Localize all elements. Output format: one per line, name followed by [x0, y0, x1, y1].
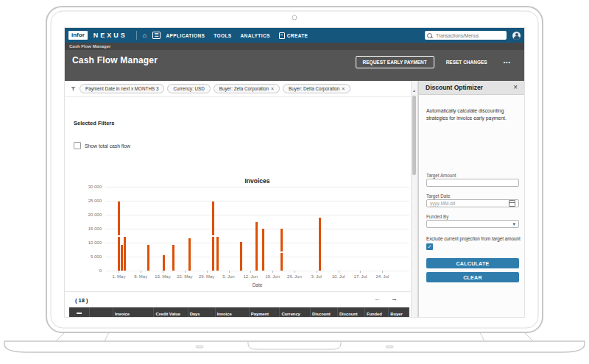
table-toolbar: ( 18 ) ← →	[65, 291, 411, 308]
column-header[interactable]: Discount	[338, 307, 365, 317]
column-header[interactable]: Credit Value	[154, 307, 188, 317]
nav-item-create[interactable]: CREATE	[279, 32, 308, 39]
chevron-down-icon: ▾	[512, 221, 515, 227]
search-icon	[427, 33, 432, 38]
funded-by-label: Funded By	[426, 214, 448, 219]
x-tick	[339, 271, 339, 273]
y-tick-label: 5 000	[72, 254, 102, 259]
app-screen: infor NEXUS ⌂ ☰ APPLICATIONSTOOLSANALYTI…	[65, 28, 524, 317]
scroll-up-icon[interactable]: ▲	[412, 88, 416, 93]
vertical-scrollbar[interactable]: ▲	[411, 81, 418, 317]
more-options-button[interactable]: •••	[499, 59, 515, 65]
create-icon	[279, 32, 285, 39]
invoice-bar-jun-22	[281, 229, 283, 271]
target-date-input[interactable]: yyyy-MM-dd	[426, 199, 519, 207]
discount-optimizer-panel: Discount Optimizer × Automatically calcu…	[418, 81, 524, 317]
invoice-table-header: InvoiceCredit ValueDaysInvoicePaymentCur…	[69, 307, 409, 317]
column-header[interactable]	[90, 307, 113, 317]
selected-filters-title: Selected Filters	[74, 120, 114, 126]
invoice-bar-jun-14	[255, 222, 258, 271]
x-tick	[119, 271, 119, 273]
y-tick-label: 10 000	[72, 240, 102, 245]
x-tick	[163, 271, 163, 273]
nav-divider	[136, 31, 137, 40]
filter-chip[interactable]: Currency: USD	[167, 84, 210, 93]
y-tick-label: 15 000	[72, 226, 102, 231]
menu-grid-icon[interactable]: ☰	[152, 32, 160, 39]
page-header: Cash Flow Manager REQUEST EARLY PAYMENT …	[65, 50, 524, 81]
home-icon[interactable]: ⌂	[143, 32, 147, 39]
chip-close-icon[interactable]: ×	[342, 86, 345, 91]
breadcrumb: Cash Flow Manager	[65, 43, 524, 50]
gridline	[105, 215, 409, 215]
x-tick	[229, 271, 230, 273]
x-tick-label: 24. Jul	[367, 274, 397, 279]
gridline	[105, 201, 409, 201]
invoice-bar-jun-16	[262, 229, 264, 271]
target-date-placeholder: yyyy-MM-dd	[430, 201, 509, 206]
column-header[interactable]: Invoice	[216, 307, 250, 317]
filter-chip[interactable]: Payment Date in next x MONTHS 3	[80, 84, 164, 93]
invoice-bar-may-10	[147, 245, 149, 271]
top-nav: infor NEXUS ⌂ ☰ APPLICATIONSTOOLSANALYTI…	[65, 28, 524, 43]
filter-chip[interactable]: Buyer: Zeta Corporation×	[214, 84, 280, 93]
invoice-bar-may-31	[212, 201, 214, 271]
calendar-icon[interactable]	[509, 200, 515, 207]
x-tick	[382, 271, 383, 273]
x-tick	[294, 271, 295, 273]
invoices-bar-chart: Amount (USD) 05 00010 00015 00020 00025 …	[105, 187, 409, 271]
x-tick	[141, 271, 141, 273]
exclude-projection-label: Exclude current projection from target a…	[426, 236, 521, 241]
invoice-bar-jun-9	[240, 242, 242, 271]
x-tick	[207, 271, 208, 273]
x-tick	[185, 271, 186, 273]
page-back-icon[interactable]: ←	[374, 296, 381, 302]
column-header[interactable]: Days	[188, 307, 216, 317]
panel-close-icon[interactable]: ×	[513, 84, 518, 91]
invoice-bar-may-18	[172, 245, 174, 271]
invoice-bar-may-15	[163, 255, 165, 271]
x-tick	[317, 271, 317, 273]
gridline	[105, 187, 409, 188]
user-avatar-icon[interactable]	[512, 32, 521, 40]
calculate-button[interactable]: CALCULATE	[426, 258, 519, 268]
chart-title: Invoices	[105, 177, 409, 185]
infor-logo[interactable]: infor	[68, 31, 88, 40]
column-header[interactable]: Payment	[250, 307, 281, 317]
clear-button[interactable]: CLEAR	[426, 272, 519, 282]
y-tick-label: 25 000	[72, 199, 102, 203]
funded-by-select[interactable]: ▾	[426, 220, 519, 228]
x-axis-label: Date	[105, 282, 409, 288]
nav-menu: APPLICATIONSTOOLSANALYTICSCREATE	[166, 32, 419, 39]
column-header[interactable]: Buyer	[389, 307, 409, 317]
x-tick	[360, 271, 361, 273]
scrollbar-thumb[interactable]	[412, 96, 416, 175]
chip-close-icon[interactable]: ×	[271, 86, 274, 91]
filter-chip[interactable]: Buyer: Delta Corporation×	[283, 84, 350, 93]
exclude-projection-checkbox[interactable]: ✓	[426, 243, 433, 250]
record-count: ( 18 )	[75, 297, 88, 304]
page-forward-icon[interactable]: →	[391, 296, 398, 302]
panel-title: Discount Optimizer	[426, 84, 513, 91]
search-input[interactable]	[434, 32, 504, 39]
column-header[interactable]: Currency	[280, 307, 311, 317]
target-amount-input[interactable]	[426, 179, 519, 187]
filter-icon[interactable]	[71, 87, 76, 91]
select-all-checkbox[interactable]	[69, 307, 90, 317]
y-tick-label: 30 000	[72, 185, 102, 189]
invoice-bar-may-23	[188, 238, 191, 271]
column-header[interactable]: Funded	[365, 307, 389, 317]
nav-item-analytics[interactable]: ANALYTICS	[241, 33, 270, 38]
column-header[interactable]: Invoice	[113, 307, 154, 317]
nav-search	[425, 31, 507, 40]
request-early-payment-button[interactable]: REQUEST EARLY PAYMENT	[356, 56, 434, 68]
show-total-cash-flow-label: Show total cash flow	[85, 143, 130, 149]
column-header[interactable]: Discount	[311, 307, 338, 317]
nexus-brand: NEXUS	[94, 32, 127, 39]
y-tick-label: 0	[72, 268, 102, 273]
target-date-label: Target Date	[426, 193, 451, 199]
show-total-cash-flow-checkbox[interactable]	[74, 142, 81, 149]
nav-item-applications[interactable]: APPLICATIONS	[166, 33, 205, 38]
nav-item-tools[interactable]: TOOLS	[214, 33, 231, 38]
reset-changes-button[interactable]: RESET CHANGES	[442, 59, 492, 65]
